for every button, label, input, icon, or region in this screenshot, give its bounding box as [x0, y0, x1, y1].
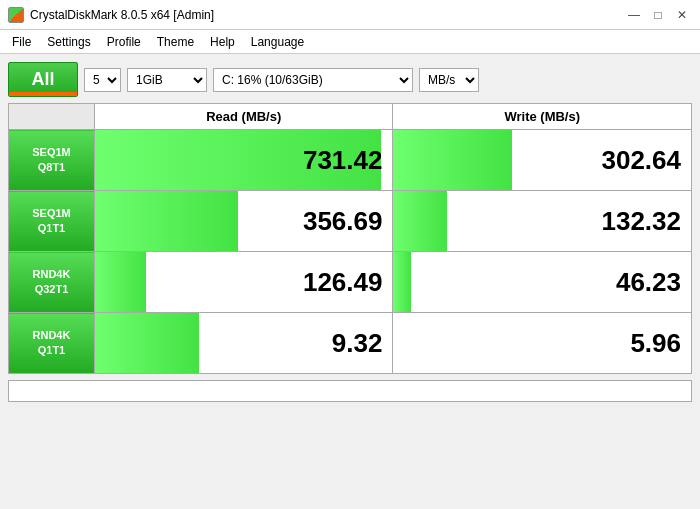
close-button[interactable]: ✕ [672, 5, 692, 25]
menu-settings[interactable]: Settings [39, 33, 98, 51]
app-icon [8, 7, 24, 23]
write-value-cell: 132.32 [393, 191, 692, 252]
write-value-cell: 302.64 [393, 130, 692, 191]
title-bar: CrystalDiskMark 8.0.5 x64 [Admin] — □ ✕ [0, 0, 700, 30]
table-row: RND4KQ32T1 126.49 46.23 [9, 252, 692, 313]
minimize-button[interactable]: — [624, 5, 644, 25]
read-header: Read (MB/s) [94, 104, 393, 130]
main-content: All 5 1 3 9 1GiB 512MiB 2GiB 4GiB C: 16%… [0, 54, 700, 410]
row-label: RND4KQ1T1 [9, 313, 95, 374]
menu-language[interactable]: Language [243, 33, 312, 51]
table-row: RND4KQ1T1 9.32 5.96 [9, 313, 692, 374]
count-select[interactable]: 5 1 3 9 [84, 68, 121, 92]
all-button[interactable]: All [8, 62, 78, 97]
menu-file[interactable]: File [4, 33, 39, 51]
status-bar [8, 380, 692, 402]
row-label: RND4KQ32T1 [9, 252, 95, 313]
read-value: 356.69 [95, 191, 393, 251]
write-value: 302.64 [393, 130, 691, 190]
row-label: SEQ1MQ1T1 [9, 191, 95, 252]
maximize-button[interactable]: □ [648, 5, 668, 25]
write-value: 5.96 [393, 313, 691, 373]
menu-bar: File Settings Profile Theme Help Languag… [0, 30, 700, 54]
window-title: CrystalDiskMark 8.0.5 x64 [Admin] [30, 8, 624, 22]
read-value-cell: 126.49 [94, 252, 393, 313]
table-row: SEQ1MQ8T1 731.42 302.64 [9, 130, 692, 191]
drive-select[interactable]: C: 16% (10/63GiB) [213, 68, 413, 92]
write-value: 132.32 [393, 191, 691, 251]
write-header: Write (MB/s) [393, 104, 692, 130]
label-header [9, 104, 95, 130]
menu-help[interactable]: Help [202, 33, 243, 51]
write-value-cell: 46.23 [393, 252, 692, 313]
write-value-cell: 5.96 [393, 313, 692, 374]
unit-select[interactable]: MB/s GB/s IOPS μs [419, 68, 479, 92]
read-value-cell: 9.32 [94, 313, 393, 374]
table-row: SEQ1MQ1T1 356.69 132.32 [9, 191, 692, 252]
size-select[interactable]: 1GiB 512MiB 2GiB 4GiB [127, 68, 207, 92]
benchmark-table: Read (MB/s) Write (MB/s) SEQ1MQ8T1 731.4… [8, 103, 692, 374]
window-controls: — □ ✕ [624, 5, 692, 25]
menu-theme[interactable]: Theme [149, 33, 202, 51]
read-value: 9.32 [95, 313, 393, 373]
write-value: 46.23 [393, 252, 691, 312]
row-label: SEQ1MQ8T1 [9, 130, 95, 191]
read-value: 731.42 [95, 130, 393, 190]
menu-profile[interactable]: Profile [99, 33, 149, 51]
read-value-cell: 356.69 [94, 191, 393, 252]
read-value: 126.49 [95, 252, 393, 312]
read-value-cell: 731.42 [94, 130, 393, 191]
toolbar: All 5 1 3 9 1GiB 512MiB 2GiB 4GiB C: 16%… [8, 62, 692, 97]
